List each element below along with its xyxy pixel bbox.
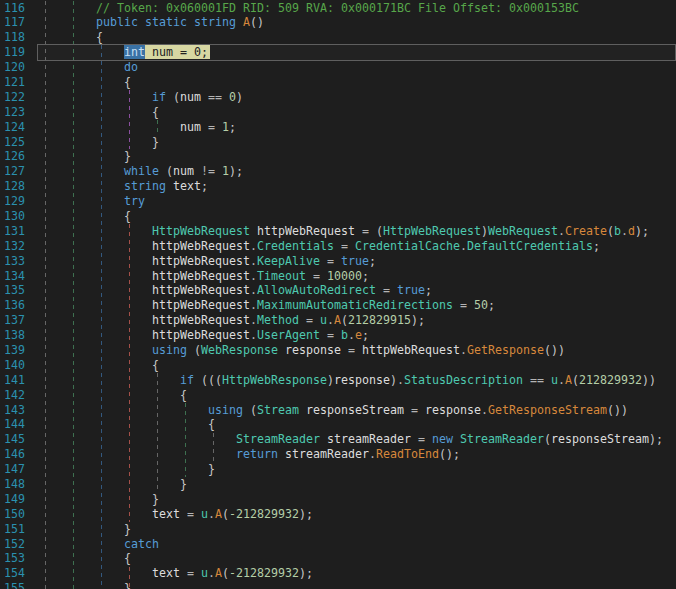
line-number: 150 (0, 507, 25, 522)
line-number: 152 (0, 537, 25, 552)
code-line[interactable]: httpWebRequest.Timeout = 10000; (40, 269, 676, 284)
code-token: } (124, 522, 131, 536)
code-line[interactable]: string text; (40, 179, 676, 194)
code-line[interactable]: httpWebRequest.Method = u.A(212829915); (40, 313, 676, 328)
code-line[interactable]: httpWebRequest.MaximumAutomaticRedirecti… (40, 298, 676, 313)
code-token: ( (166, 164, 173, 178)
code-token (40, 313, 152, 327)
code-line[interactable]: httpWebRequest.AllowAutoRedirect = true; (40, 283, 676, 298)
code-line[interactable]: } (40, 149, 676, 164)
code-line[interactable]: int num = 0; (40, 45, 676, 60)
code-token (40, 477, 180, 491)
code-line[interactable]: do (40, 60, 676, 75)
code-token: httpWebRequest (152, 269, 250, 283)
code-line[interactable]: catch (40, 537, 676, 552)
line-number: 128 (0, 179, 25, 194)
code-line[interactable]: { (40, 105, 676, 120)
code-line[interactable]: } (40, 477, 676, 492)
line-number: 116 (0, 1, 25, 16)
code-token (40, 224, 152, 238)
code-token: httpWebRequest (152, 254, 250, 268)
code-line[interactable]: public static string A() (40, 15, 676, 30)
code-token: ; (229, 120, 236, 134)
code-token: b (614, 224, 621, 238)
code-line[interactable]: using (Stream responseStream = response.… (40, 403, 676, 418)
code-token (425, 432, 432, 446)
code-token (194, 566, 201, 580)
line-number: 119 (0, 45, 25, 60)
code-editor[interactable]: 1161171181191201211221231241251261271281… (0, 0, 676, 589)
code-token: } (208, 462, 215, 476)
code-line[interactable]: if (num == 0) (40, 90, 676, 105)
code-line[interactable]: } (40, 581, 676, 589)
code-token: Stream (257, 403, 299, 417)
code-line[interactable]: // Token: 0x060001FD RID: 509 RVA: 0x000… (40, 1, 676, 16)
code-token: ; (593, 239, 600, 253)
code-line[interactable]: text = u.A(-212829932); (40, 566, 676, 581)
code-token: ); (299, 566, 313, 580)
code-line[interactable]: } (40, 522, 676, 537)
code-token: u (201, 566, 208, 580)
code-token: ( (544, 432, 551, 446)
code-line[interactable]: { (40, 209, 676, 224)
code-token: response (425, 403, 481, 417)
code-line[interactable]: { (40, 358, 676, 373)
code-token (159, 164, 166, 178)
code-token: AllowAutoRedirect (257, 283, 376, 297)
code-line[interactable]: HttpWebRequest httpWebRequest = (HttpWeb… (40, 224, 676, 239)
code-line[interactable]: httpWebRequest.UserAgent = b.e; (40, 328, 676, 343)
code-token: . (250, 239, 257, 253)
code-token (40, 283, 152, 297)
code-token: b (341, 328, 348, 342)
code-token: ( (222, 507, 229, 521)
code-line[interactable]: } (40, 462, 676, 477)
line-number: 145 (0, 432, 25, 447)
code-line[interactable]: { (40, 75, 676, 90)
code-token: DefaultCredentials (467, 239, 593, 253)
code-line[interactable]: httpWebRequest.KeepAlive = true; (40, 254, 676, 269)
code-token (418, 403, 425, 417)
code-token: ( (194, 343, 201, 357)
code-token (299, 313, 306, 327)
code-token: () (250, 15, 264, 29)
code-line[interactable]: using (WebResponse response = httpWebReq… (40, 343, 676, 358)
code-line[interactable]: } (40, 135, 676, 150)
code-line[interactable]: { (40, 417, 676, 432)
code-token (40, 75, 124, 89)
code-line[interactable]: { (40, 551, 676, 566)
code-line[interactable]: return streamReader.ReadToEnd(); (40, 447, 676, 462)
code-token (278, 343, 285, 357)
code-token: A (565, 373, 572, 387)
code-token (320, 254, 327, 268)
code-token: using (208, 403, 243, 417)
code-token: StatusDescription (404, 373, 523, 387)
code-line[interactable]: StreamReader streamReader = new StreamRe… (40, 432, 676, 447)
code-line[interactable]: { (40, 30, 676, 45)
code-token (341, 343, 348, 357)
code-token (40, 447, 236, 461)
code-token: // Token: 0x060001FD RID: 509 RVA: 0x000… (96, 1, 579, 15)
code-token: (); (439, 447, 460, 461)
line-number: 139 (0, 343, 25, 358)
code-line[interactable]: num = 1; (40, 120, 676, 135)
code-line[interactable]: } (40, 492, 676, 507)
line-number: 124 (0, 120, 25, 135)
code-line[interactable]: try (40, 194, 676, 209)
code-line[interactable]: if (((HttpWebResponse)response).StatusDe… (40, 373, 676, 388)
code-token (544, 373, 551, 387)
line-number: 142 (0, 388, 25, 403)
code-token: ; (488, 298, 495, 312)
code-token: httpWebRequest (362, 343, 460, 357)
code-line[interactable]: text = u.A(-212829932); (40, 507, 676, 522)
code-line[interactable]: httpWebRequest.Credentials = CredentialC… (40, 239, 676, 254)
code-token: httpWebRequest (152, 283, 250, 297)
code-line[interactable]: while (num != 1); (40, 164, 676, 179)
code-token: ( (572, 373, 579, 387)
code-token: ) (327, 373, 334, 387)
code-token (40, 328, 152, 342)
code-line[interactable]: { (40, 388, 676, 403)
code-token (243, 403, 250, 417)
line-number: 133 (0, 254, 25, 269)
code-area[interactable]: // Token: 0x060001FD RID: 509 RVA: 0x000… (40, 1, 676, 589)
code-token: 0 (229, 90, 236, 104)
